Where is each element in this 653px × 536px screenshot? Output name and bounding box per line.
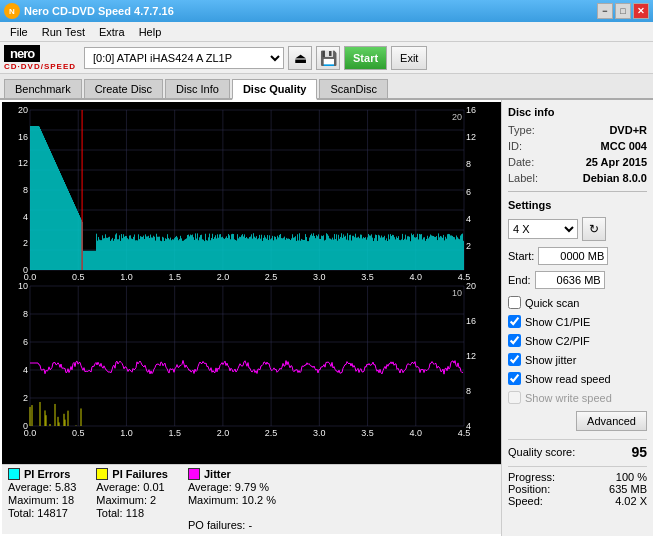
progress-value: 100 %	[616, 471, 647, 483]
start-mb-input[interactable]	[538, 247, 608, 265]
pi-failures-label: PI Failures	[112, 468, 168, 480]
quality-score-label: Quality score:	[508, 446, 575, 458]
pi-failures-total-val: 118	[126, 507, 144, 519]
right-panel: Disc info Type: DVD+R ID: MCC 004 Date: …	[501, 100, 653, 536]
disc-id-label: ID:	[508, 140, 522, 152]
disc-type-value: DVD+R	[609, 124, 647, 136]
show-jitter-checkbox[interactable]	[508, 353, 521, 366]
pi-errors-total-val: 14817	[37, 507, 68, 519]
minimize-button[interactable]: −	[597, 3, 613, 19]
show-c1-pie-checkbox[interactable]	[508, 315, 521, 328]
pi-errors-avg-val: 5.83	[55, 481, 76, 493]
drive-select[interactable]: [0:0] ATAPI iHAS424 A ZL1P	[84, 47, 284, 69]
pi-errors-label: PI Errors	[24, 468, 70, 480]
app-title: Nero CD-DVD Speed 4.7.7.16	[24, 5, 174, 17]
disc-id-value: MCC 004	[601, 140, 647, 152]
settings-title: Settings	[508, 199, 647, 211]
quick-scan-checkbox[interactable]	[508, 296, 521, 309]
exit-button[interactable]: Exit	[391, 46, 427, 70]
pi-failures-total-label: Total:	[96, 507, 125, 519]
pi-failures-max-val: 2	[150, 494, 156, 506]
jitter-label: Jitter	[204, 468, 231, 480]
pi-errors-color	[8, 468, 20, 480]
close-button[interactable]: ✕	[633, 3, 649, 19]
disc-type-label: Type:	[508, 124, 535, 136]
nero-logo: nero	[4, 45, 40, 62]
pi-failures-stat: PI Failures Average: 0.01 Maximum: 2 Tot…	[96, 468, 168, 531]
show-jitter-label: Show jitter	[525, 354, 576, 366]
jitter-max-val: 10.2 %	[242, 494, 276, 506]
menu-file[interactable]: File	[4, 24, 34, 40]
start-mb-label: Start:	[508, 250, 534, 262]
pi-errors-stat: PI Errors Average: 5.83 Maximum: 18 Tota…	[8, 468, 76, 531]
speed-label: Speed:	[508, 495, 543, 507]
nero-sub-logo: CD·DVD/SPEED	[4, 62, 76, 71]
menu-run-test[interactable]: Run Test	[36, 24, 91, 40]
show-write-speed-checkbox[interactable]	[508, 391, 521, 404]
tab-disc-info[interactable]: Disc Info	[165, 79, 230, 98]
advanced-button[interactable]: Advanced	[576, 411, 647, 431]
menu-extra[interactable]: Extra	[93, 24, 131, 40]
disc-label-value: Debian 8.0.0	[583, 172, 647, 184]
start-button[interactable]: Start	[344, 46, 387, 70]
refresh-icon[interactable]: ↻	[582, 217, 606, 241]
progress-label: Progress:	[508, 471, 555, 483]
pi-errors-total-label: Total:	[8, 507, 37, 519]
pi-errors-max-val: 18	[62, 494, 74, 506]
po-failures-label: PO failures:	[188, 519, 245, 531]
speed-select[interactable]: 4 X	[508, 219, 578, 239]
pi-failures-color	[96, 468, 108, 480]
po-failures-val: -	[248, 519, 252, 531]
tab-create-disc[interactable]: Create Disc	[84, 79, 163, 98]
tab-bar: Benchmark Create Disc Disc Info Disc Qua…	[0, 74, 653, 100]
charts-area	[2, 102, 501, 464]
save-icon[interactable]: 💾	[316, 46, 340, 70]
disc-label-label: Label:	[508, 172, 538, 184]
speed-value: 4.02 X	[615, 495, 647, 507]
pi-failures-max-label: Maximum:	[96, 494, 150, 506]
disc-date-label: Date:	[508, 156, 534, 168]
jitter-stat: Jitter Average: 9.79 % Maximum: 10.2 % P…	[188, 468, 276, 531]
quality-score-value: 95	[631, 444, 647, 460]
pi-failures-avg-label: Average:	[96, 481, 143, 493]
jitter-avg-val: 9.79 %	[235, 481, 269, 493]
stats-bar: PI Errors Average: 5.83 Maximum: 18 Tota…	[2, 464, 501, 534]
jitter-color	[188, 468, 200, 480]
disc-date-value: 25 Apr 2015	[586, 156, 647, 168]
jitter-avg-label: Average:	[188, 481, 235, 493]
eject-icon[interactable]: ⏏	[288, 46, 312, 70]
show-read-speed-label: Show read speed	[525, 373, 611, 385]
pi-errors-avg-label: Average:	[8, 481, 55, 493]
end-mb-label: End:	[508, 274, 531, 286]
main-content: PI Errors Average: 5.83 Maximum: 18 Tota…	[0, 100, 653, 536]
end-mb-input[interactable]	[535, 271, 605, 289]
show-c2-pif-label: Show C2/PIF	[525, 335, 590, 347]
show-c1-pie-label: Show C1/PIE	[525, 316, 590, 328]
tab-benchmark[interactable]: Benchmark	[4, 79, 82, 98]
pi-failures-avg-val: 0.01	[143, 481, 164, 493]
position-value: 635 MB	[609, 483, 647, 495]
toolbar: nero CD·DVD/SPEED [0:0] ATAPI iHAS424 A …	[0, 42, 653, 74]
pi-errors-max-label: Maximum:	[8, 494, 62, 506]
show-c2-pif-checkbox[interactable]	[508, 334, 521, 347]
app-icon: N	[4, 3, 20, 19]
maximize-button[interactable]: □	[615, 3, 631, 19]
show-write-speed-label: Show write speed	[525, 392, 612, 404]
title-bar: N Nero CD-DVD Speed 4.7.7.16 − □ ✕	[0, 0, 653, 22]
quick-scan-label: Quick scan	[525, 297, 579, 309]
jitter-max-label: Maximum:	[188, 494, 242, 506]
show-read-speed-checkbox[interactable]	[508, 372, 521, 385]
tab-scandisc[interactable]: ScanDisc	[319, 79, 387, 98]
menu-bar: File Run Test Extra Help	[0, 22, 653, 42]
menu-help[interactable]: Help	[133, 24, 168, 40]
tab-disc-quality[interactable]: Disc Quality	[232, 79, 318, 100]
disc-info-title: Disc info	[508, 106, 647, 118]
position-label: Position:	[508, 483, 550, 495]
